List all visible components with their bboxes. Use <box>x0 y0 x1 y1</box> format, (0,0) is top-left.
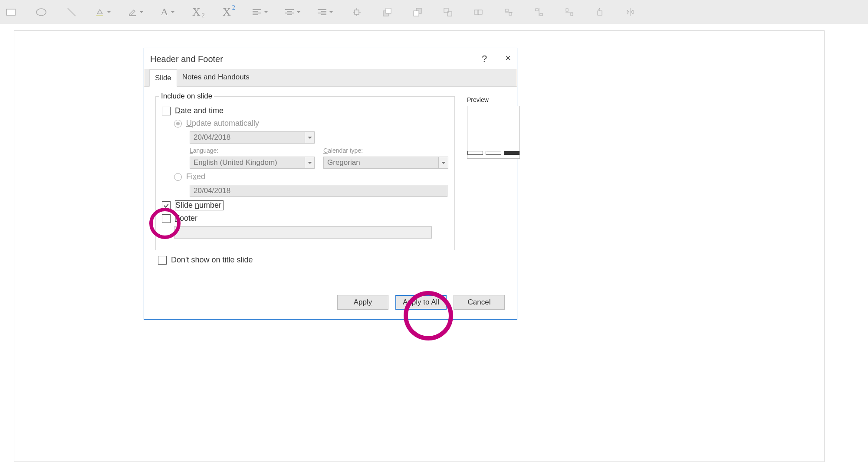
insert-rectangle-icon[interactable] <box>4 6 17 19</box>
footer-input[interactable] <box>174 226 432 239</box>
help-button[interactable]: ? <box>482 53 487 65</box>
svg-point-1 <box>36 9 46 16</box>
preview-placeholder-active <box>504 151 519 155</box>
header-footer-dialog: Header and Footer ? × Slide Notes and Ha… <box>144 48 517 320</box>
svg-rect-4 <box>129 15 136 16</box>
close-button[interactable]: × <box>505 52 511 64</box>
ribbon: A X2 X2 <box>0 0 868 24</box>
rotate-icon[interactable] <box>593 6 606 19</box>
update-auto-radio[interactable] <box>174 120 182 128</box>
tab-slide[interactable]: Slide <box>149 69 177 87</box>
fixed-radio[interactable] <box>174 173 182 181</box>
arrange-position-icon[interactable] <box>350 6 363 19</box>
distribute-h-icon[interactable] <box>563 6 576 19</box>
language-label: Language: <box>190 147 315 154</box>
apply-to-all-button[interactable]: Apply to All <box>395 295 447 310</box>
footer-label: Footer <box>175 214 197 223</box>
date-time-label: Date and time <box>175 106 224 115</box>
slide-number-checkbox[interactable] <box>162 201 171 210</box>
align-right-icon[interactable] <box>318 6 333 19</box>
dont-show-checkbox[interactable] <box>158 256 167 265</box>
svg-rect-27 <box>506 9 508 12</box>
font-color-icon[interactable]: A <box>161 6 174 19</box>
distribute-v-icon[interactable] <box>533 6 546 19</box>
cancel-button[interactable]: Cancel <box>454 295 505 310</box>
subscript-icon[interactable]: X2 <box>192 6 205 19</box>
footer-checkbox[interactable] <box>162 214 171 223</box>
preview-placeholder <box>467 151 483 155</box>
flip-icon[interactable] <box>624 6 637 19</box>
svg-rect-34 <box>571 13 573 16</box>
align-center-icon[interactable] <box>285 6 300 19</box>
svg-rect-30 <box>536 9 538 11</box>
preview-placeholder <box>486 151 501 155</box>
dialog-title: Header and Footer <box>150 54 223 64</box>
svg-rect-33 <box>566 9 568 11</box>
send-backward-icon[interactable] <box>411 6 424 19</box>
fixed-label: Fixed <box>186 172 205 181</box>
outline-color-icon[interactable] <box>128 6 143 19</box>
svg-rect-17 <box>355 10 359 14</box>
slide-canvas: Header and Footer ? × Slide Notes and Ha… <box>14 30 825 462</box>
group-icon[interactable] <box>441 6 454 19</box>
date-combo[interactable]: 20/04/2018 <box>190 131 315 144</box>
dont-show-label: Don't show on title slide <box>171 255 253 265</box>
svg-rect-21 <box>414 11 419 16</box>
slide-number-label: Slide number <box>175 200 224 210</box>
svg-rect-35 <box>598 11 602 15</box>
svg-rect-3 <box>96 15 103 16</box>
tab-notes-handouts[interactable]: Notes and Handouts <box>177 69 255 86</box>
insert-ellipse-icon[interactable] <box>35 6 48 19</box>
svg-rect-31 <box>540 13 542 16</box>
svg-rect-28 <box>509 13 512 15</box>
preview-label: Preview <box>467 96 489 103</box>
language-combo[interactable]: English (United Kingdom) <box>190 157 315 169</box>
preview-box <box>467 106 520 159</box>
workspace: Header and Footer ? × Slide Notes and Ha… <box>0 24 868 462</box>
fill-color-icon[interactable] <box>95 6 111 19</box>
update-auto-label: Update automatically <box>186 119 259 128</box>
svg-rect-19 <box>386 8 391 13</box>
align-objects-icon[interactable] <box>502 6 515 19</box>
calendar-combo[interactable]: Gregorian <box>323 157 448 169</box>
date-time-checkbox[interactable] <box>162 107 171 115</box>
ungroup-icon[interactable] <box>472 6 485 19</box>
svg-line-2 <box>68 8 76 16</box>
superscript-icon[interactable]: X2 <box>222 6 235 19</box>
svg-rect-0 <box>7 9 15 15</box>
include-group-title: Include on slide <box>159 92 214 101</box>
fixed-date-input[interactable]: 20/04/2018 <box>190 185 447 197</box>
bring-forward-icon[interactable] <box>381 6 394 19</box>
calendar-label: Calendar type: <box>323 147 448 154</box>
insert-line-icon[interactable] <box>65 6 78 19</box>
align-left-icon[interactable] <box>253 6 268 19</box>
apply-button[interactable]: Apply <box>337 295 388 310</box>
